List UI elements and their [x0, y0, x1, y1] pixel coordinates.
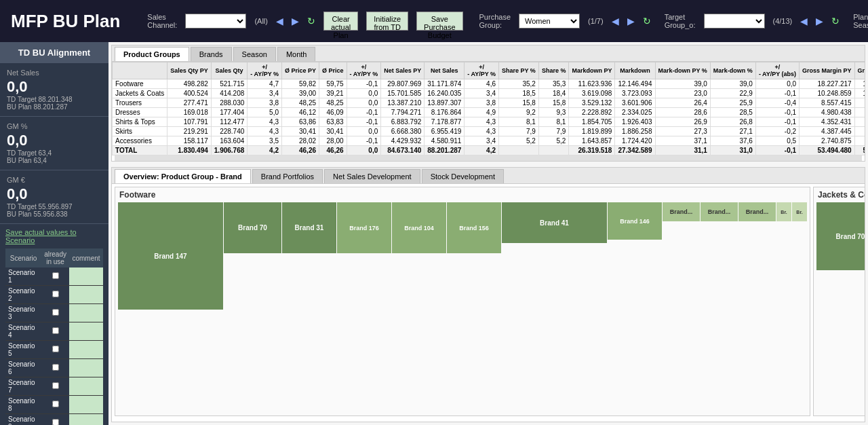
- chart-body: FootwareBrand 147Brand 70Brand 31Brand 1…: [112, 184, 865, 419]
- treemap-cell[interactable]: Brand...: [701, 202, 738, 221]
- table-row-name: Shirts & Tops: [113, 117, 167, 127]
- tab-month[interactable]: Month: [277, 47, 316, 61]
- table-cell: -0,1: [755, 117, 799, 127]
- table-cell: 28,6: [655, 108, 710, 117]
- scenario-inuse[interactable]: [41, 267, 69, 286]
- target-group-prev[interactable]: ◀: [800, 16, 808, 26]
- clear-plan-button[interactable]: Clear actual Plan: [323, 12, 358, 31]
- net-sales-bu-label: BU Plan: [7, 103, 32, 111]
- initialize-td-button[interactable]: Initialize from TD: [366, 12, 408, 31]
- sales-channel-prev[interactable]: ◀: [276, 16, 283, 26]
- tab-product-groups[interactable]: Product Groups: [115, 47, 189, 61]
- purchase-group-select[interactable]: Women: [519, 14, 580, 29]
- treemap-cell[interactable]: Br.: [776, 202, 791, 221]
- scenario-inuse[interactable]: [41, 322, 69, 341]
- table-cell: 277.471: [167, 98, 212, 108]
- table-cell: 28,00: [319, 136, 347, 146]
- table-cell: 31.171.874: [425, 79, 465, 89]
- table-cell: -0,1: [755, 146, 799, 155]
- scenario-name: Scenario 2: [5, 286, 41, 304]
- scenario-row: Scenario 7: [5, 377, 103, 396]
- table-cell: 8,1: [499, 117, 539, 127]
- purchase-group-refresh[interactable]: ↻: [643, 16, 651, 26]
- gm-pct-value: 0,0: [7, 132, 102, 149]
- table-cell: 4,7: [248, 79, 282, 89]
- treemap-cell[interactable]: Brand 41: [502, 202, 607, 243]
- sales-channel-next[interactable]: ▶: [292, 16, 299, 26]
- sidebar: TD BU Alignment Net Sales 0,0 TD Target …: [0, 42, 108, 425]
- scenario-inuse[interactable]: [41, 396, 69, 414]
- scenario-inuse[interactable]: [41, 304, 69, 322]
- target-group-select[interactable]: [704, 14, 765, 29]
- plan-season-label: Plan Season:: [853, 13, 868, 29]
- brand-group-title: Footware: [117, 189, 808, 201]
- target-group-refresh[interactable]: ↻: [831, 16, 840, 26]
- scenario-row: Scenario 8: [5, 396, 103, 414]
- net-sales-td-value: 88.201.348: [39, 96, 73, 103]
- chart-tab-net-sales[interactable]: Net Sales Development: [324, 169, 420, 183]
- target-group-next[interactable]: ▶: [816, 16, 823, 26]
- scenario-name: Scenario 1: [5, 267, 41, 286]
- table-header-cell: +/- AY/PY (abs): [755, 62, 799, 79]
- treemap-cell[interactable]: Brand 147: [118, 202, 223, 310]
- scenario-row: Scenario 3: [5, 304, 103, 322]
- table-cell: 39,00: [281, 89, 319, 98]
- treemap-cell[interactable]: Brand 104: [392, 202, 446, 253]
- table-header-cell: Ø Price: [319, 62, 347, 79]
- table-cell: 39,21: [319, 89, 347, 98]
- treemap-cell[interactable]: Brand 146: [608, 202, 662, 240]
- table-cell: 29.807.969: [381, 79, 425, 89]
- scenario-name: Scenario 6: [5, 359, 41, 377]
- table-row-name: TOTAL: [113, 146, 167, 155]
- treemap-cell[interactable]: Brand 156: [447, 202, 501, 253]
- treemap-cell[interactable]: Br.: [792, 202, 807, 221]
- scenario-inuse[interactable]: [41, 377, 69, 396]
- save-scenario-title[interactable]: Save actual values to Scenario: [5, 228, 103, 244]
- table-cell: 18.227.217: [800, 79, 855, 89]
- table-header-cell: +/- AY/PY %: [248, 62, 282, 79]
- table-cell: -0,2: [755, 127, 799, 136]
- treemap-cell[interactable]: Brand 176: [337, 202, 391, 253]
- table-cell: 4,3: [465, 127, 499, 136]
- treemap-cell[interactable]: Brand 31: [282, 202, 336, 253]
- table-cell: 4,9: [465, 108, 499, 117]
- tab-season[interactable]: Season: [233, 47, 276, 61]
- app-header: MFP BU Plan Sales Channel: (All) ◀ ▶ ↻ C…: [0, 0, 868, 42]
- table-cell: 3,4: [465, 89, 499, 98]
- sales-channel-select[interactable]: [185, 14, 246, 29]
- scenario-row: Scenario 2: [5, 286, 103, 304]
- table-cell: 46,26: [281, 146, 319, 155]
- scenario-inuse[interactable]: [41, 286, 69, 304]
- treemap-cell[interactable]: Brand 70: [816, 202, 865, 270]
- scenario-inuse[interactable]: [41, 414, 69, 426]
- treemap-cell[interactable]: Brand...: [738, 202, 776, 221]
- chart-tab-overview[interactable]: Overview: Product Group - Brand: [115, 169, 251, 183]
- chart-tab-stock[interactable]: Stock Development: [422, 169, 504, 183]
- save-budget-button[interactable]: Save Purchase Budget: [416, 12, 462, 31]
- purchase-group-next[interactable]: ▶: [627, 16, 635, 26]
- table-cell: 1.830.494: [167, 146, 212, 155]
- treemap-cell[interactable]: Brand 70: [224, 202, 281, 253]
- purchase-group-prev[interactable]: ◀: [612, 16, 619, 26]
- sales-channel-all: (All): [254, 17, 268, 25]
- table-cell: 59,75: [319, 79, 347, 89]
- scenario-section: Save actual values to Scenario Scenario …: [0, 224, 108, 425]
- scenario-comment: [69, 322, 103, 341]
- scenario-inuse[interactable]: [41, 341, 69, 359]
- table-cell: 521.715: [211, 79, 248, 89]
- table-row: Shirts & Tops107.791112.4774,363,8663,83…: [113, 117, 865, 127]
- table-scrollbar[interactable]: [115, 155, 862, 161]
- scenario-inuse[interactable]: [41, 359, 69, 377]
- table-header-cell: Markdown PY: [569, 62, 615, 79]
- treemap-container: Brand 70Brand 41Brand 147Brand 146Brand.…: [815, 201, 865, 272]
- chart-tab-brand-portfolios[interactable]: Brand Portfolios: [252, 169, 323, 183]
- scenario-comment: [69, 414, 103, 426]
- main-content: TD BU Alignment Net Sales 0,0 TD Target …: [0, 42, 868, 425]
- table-row: Footware498.282521.7154,759,8259,75-0,12…: [113, 79, 865, 89]
- table-cell: 1.724.420: [615, 136, 655, 146]
- treemap-cell[interactable]: Brand...: [663, 202, 700, 221]
- tab-brands[interactable]: Brands: [191, 47, 232, 61]
- sales-channel-refresh[interactable]: ↻: [307, 16, 315, 26]
- table-cell: 4,2: [465, 146, 499, 155]
- table-cell: 2.740.875: [800, 136, 855, 146]
